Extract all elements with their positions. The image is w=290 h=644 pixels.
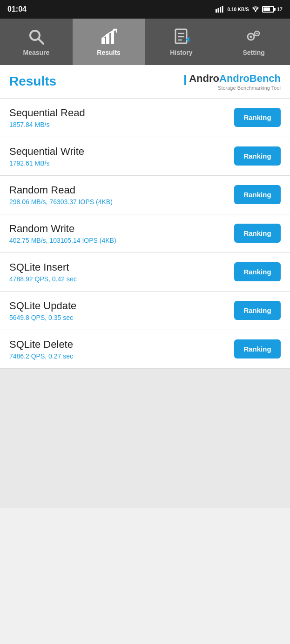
svg-rect-3 <box>222 6 223 13</box>
battery-icon <box>262 6 274 13</box>
network-speed: 0.10 KB/S <box>228 7 249 12</box>
battery-level: 17 <box>277 7 283 12</box>
bench-name-random-write: Random Write <box>9 223 234 235</box>
bench-name-sqlite-delete: SQLite Delete <box>9 339 234 351</box>
brand-name: AndroAndroBench <box>184 73 281 85</box>
ranking-btn-sequential-read[interactable]: Ranking <box>234 108 281 127</box>
bench-name-random-read: Random Read <box>9 184 234 196</box>
bottom-empty-area <box>0 369 290 508</box>
tab-setting[interactable]: Setting <box>217 19 290 65</box>
brand-subtitle: Storage Benchmarking Tool <box>218 85 281 91</box>
tab-history-label: History <box>170 49 192 56</box>
status-right: 0.10 KB/S 17 <box>216 6 283 13</box>
bench-name-sqlite-insert: SQLite Insert <box>9 261 234 273</box>
tab-setting-label: Setting <box>243 49 264 56</box>
chart-icon <box>100 27 118 46</box>
bench-row-sequential-read: Sequential Read 1857.84 MB/s Ranking <box>0 99 290 137</box>
svg-line-6 <box>38 39 43 44</box>
setting-icon <box>244 27 263 46</box>
bench-name-sqlite-update: SQLite Update <box>9 300 234 312</box>
tab-results[interactable]: Results <box>73 19 145 65</box>
bench-info-sqlite-delete: SQLite Delete 7486.2 QPS, 0.27 sec <box>9 339 234 360</box>
wifi-icon <box>252 6 259 13</box>
tab-measure-label: Measure <box>23 49 49 56</box>
bench-value-random-write: 402.75 MB/s, 103105.14 IOPS (4KB) <box>9 237 234 244</box>
bench-info-sqlite-insert: SQLite Insert 4788.92 QPS, 0.42 sec <box>9 261 234 283</box>
tab-measure[interactable]: Measure <box>0 19 73 65</box>
bench-row-random-write: Random Write 402.75 MB/s, 103105.14 IOPS… <box>0 214 290 253</box>
bench-row-random-read: Random Read 298.06 MB/s, 76303.37 IOPS (… <box>0 176 290 214</box>
status-time: 01:04 <box>7 5 27 13</box>
brand-accent <box>184 75 186 85</box>
bench-info-sequential-read: Sequential Read 1857.84 MB/s <box>9 107 234 128</box>
main-content: Results AndroAndroBench Storage Benchmar… <box>0 65 290 644</box>
nav-tabs: Measure Results History Setting <box>0 19 290 65</box>
ranking-btn-sqlite-insert[interactable]: Ranking <box>234 262 281 281</box>
results-header: Results AndroAndroBench Storage Benchmar… <box>0 65 290 99</box>
brand-name-text: AndroBench <box>219 73 281 84</box>
ranking-btn-random-write[interactable]: Ranking <box>234 224 281 243</box>
bench-row-sequential-write: Sequential Write 1792.61 MB/s Ranking <box>0 137 290 176</box>
bench-info-random-write: Random Write 402.75 MB/s, 103105.14 IOPS… <box>9 223 234 244</box>
status-bar: 01:04 0.10 KB/S 17 <box>0 0 290 19</box>
history-icon <box>172 27 190 46</box>
svg-point-16 <box>250 36 252 38</box>
bench-row-sqlite-update: SQLite Update 5649.8 QPS, 0.35 sec Ranki… <box>0 292 290 330</box>
bench-value-sqlite-delete: 7486.2 QPS, 0.27 sec <box>9 352 234 360</box>
svg-rect-1 <box>217 8 219 13</box>
tab-history[interactable]: History <box>145 19 218 65</box>
svg-rect-2 <box>220 7 221 13</box>
bench-name-sequential-write: Sequential Write <box>9 146 234 158</box>
ranking-btn-sqlite-delete[interactable]: Ranking <box>234 339 281 359</box>
bench-value-sequential-read: 1857.84 MB/s <box>9 121 234 128</box>
svg-rect-9 <box>111 31 114 44</box>
bench-value-sequential-write: 1792.61 MB/s <box>9 159 234 167</box>
bench-row-sqlite-insert: SQLite Insert 4788.92 QPS, 0.42 sec Rank… <box>0 253 290 292</box>
svg-rect-0 <box>216 9 217 13</box>
svg-point-4 <box>255 11 256 12</box>
search-icon <box>27 27 46 46</box>
bench-info-random-read: Random Read 298.06 MB/s, 76303.37 IOPS (… <box>9 184 234 206</box>
tab-results-label: Results <box>97 49 121 56</box>
ranking-btn-sqlite-update[interactable]: Ranking <box>234 301 281 320</box>
svg-point-18 <box>256 33 258 34</box>
network-icon <box>216 6 225 13</box>
brand-logo: AndroAndroBench Storage Benchmarking Too… <box>184 73 281 91</box>
ranking-btn-random-read[interactable]: Ranking <box>234 185 281 204</box>
bench-value-sqlite-update: 5649.8 QPS, 0.35 sec <box>9 314 234 321</box>
page-title: Results <box>9 74 56 89</box>
bench-value-random-read: 298.06 MB/s, 76303.37 IOPS (4KB) <box>9 198 234 206</box>
benchmark-list: Sequential Read 1857.84 MB/s Ranking Seq… <box>0 99 290 369</box>
bench-info-sqlite-update: SQLite Update 5649.8 QPS, 0.35 sec <box>9 300 234 321</box>
svg-rect-7 <box>101 38 105 44</box>
bench-info-sequential-write: Sequential Write 1792.61 MB/s <box>9 146 234 167</box>
ranking-btn-sequential-write[interactable]: Ranking <box>234 146 281 166</box>
bench-row-sqlite-delete: SQLite Delete 7486.2 QPS, 0.27 sec Ranki… <box>0 330 290 369</box>
bench-name-sequential-read: Sequential Read <box>9 107 234 119</box>
bench-value-sqlite-insert: 4788.92 QPS, 0.42 sec <box>9 275 234 283</box>
